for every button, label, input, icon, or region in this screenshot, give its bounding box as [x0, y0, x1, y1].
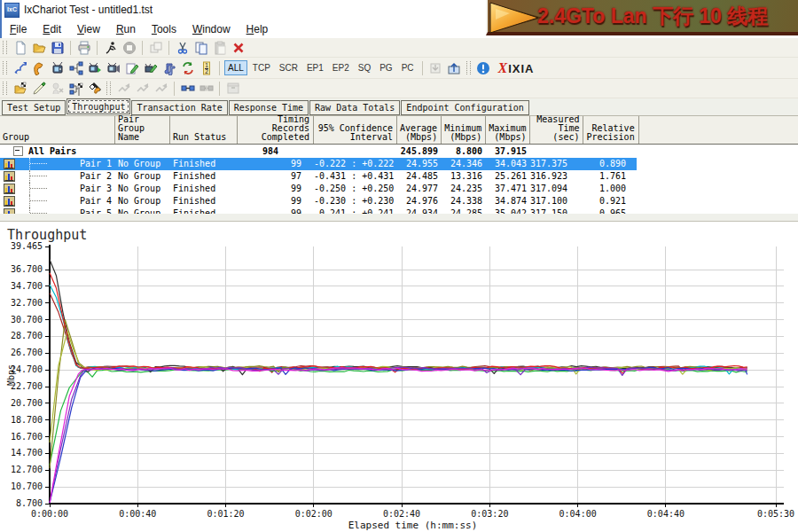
- toolbar-drag-handle[interactable]: [3, 61, 7, 74]
- export-results-button[interactable]: [445, 59, 464, 76]
- pair-name: Pair 2: [50, 170, 115, 183]
- column-header-pair-group[interactable]: Pair Group Name: [115, 116, 170, 144]
- renumber-pairs-button[interactable]: 12: [197, 59, 215, 76]
- flame-arrow-icon: [489, 0, 544, 35]
- cell-group: Pair 2: [0, 170, 115, 183]
- run-test-button[interactable]: [101, 39, 120, 56]
- link-endpoints-button[interactable]: [178, 80, 197, 97]
- info-button[interactable]: [474, 59, 493, 76]
- toolbar-separator: [97, 41, 98, 55]
- tab-response-time[interactable]: Response Time: [229, 100, 309, 115]
- toolbar-drag-handle[interactable]: [3, 82, 7, 95]
- tree-branch: [29, 158, 50, 170]
- column-header-measured[interactable]: Measured Time (sec): [530, 116, 583, 144]
- save-run-options-button[interactable]: [11, 80, 29, 97]
- menu-tools[interactable]: Tools: [144, 20, 184, 38]
- table-row-pair-5[interactable]: Pair 5No GroupFinished99-0.241 : +0.2412…: [0, 207, 798, 214]
- replicate-pair-button[interactable]: [160, 59, 178, 76]
- cell-confidence: -0.431 : +0.431: [314, 170, 397, 183]
- column-header-run-status[interactable]: Run Status: [170, 116, 238, 144]
- add-hardware-pair-icon: [106, 61, 121, 75]
- dial-test-button[interactable]: [85, 80, 104, 97]
- protocol-filter-ep2[interactable]: EP2: [329, 60, 353, 75]
- menu-view[interactable]: View: [69, 20, 108, 38]
- cell-pair-group-name: No Group: [115, 158, 170, 170]
- annotate-button[interactable]: [29, 80, 48, 97]
- cell-maximum: 37.915: [486, 145, 530, 158]
- collapse-minus-icon[interactable]: [13, 146, 23, 156]
- menu-window[interactable]: Window: [184, 20, 239, 38]
- cell-filler: [637, 158, 798, 170]
- delete-button[interactable]: [229, 39, 247, 56]
- unlink-endpoints-icon: [200, 82, 214, 96]
- cell-run-status: Finished: [170, 170, 238, 183]
- link-endpoints-icon: [181, 82, 195, 96]
- ixia-logo-text: IXIA: [508, 62, 534, 75]
- protocol-filter-tcp[interactable]: TCP: [249, 60, 274, 75]
- watermark-banner: 2.4GTo Lan 下行 10 线程: [486, 0, 798, 35]
- protocol-filter-ep1[interactable]: EP1: [303, 60, 327, 75]
- protocol-filter-all[interactable]: ALL: [224, 60, 247, 75]
- menu-file[interactable]: File: [2, 20, 35, 38]
- add-video-multicast-button[interactable]: [85, 59, 104, 76]
- add-voip-pair-button[interactable]: [29, 59, 48, 76]
- column-header-group[interactable]: Group: [0, 116, 115, 144]
- tab-endpoint-configuration[interactable]: Endpoint Configuration: [401, 100, 528, 115]
- add-multicast-group-button[interactable]: [66, 59, 85, 76]
- save-button[interactable]: [48, 39, 66, 56]
- cell-timing-records: 984: [238, 145, 314, 158]
- protocol-filter-scr[interactable]: SCR: [276, 60, 301, 75]
- open-folder-button[interactable]: [29, 39, 48, 56]
- tab-raw-data-totals[interactable]: Raw Data Totals: [309, 100, 400, 115]
- toolbar-drag-handle[interactable]: [3, 41, 7, 54]
- edit-item-button[interactable]: [122, 59, 141, 76]
- add-pair-button[interactable]: [11, 59, 29, 76]
- menu-edit[interactable]: Edit: [35, 20, 69, 38]
- protocol-filter-pg[interactable]: PG: [376, 60, 395, 75]
- cell-filler: [637, 183, 798, 195]
- table-row-all-pairs[interactable]: All Pairs984245.8998.80037.915: [0, 145, 798, 158]
- series-line-pair-8: [50, 368, 747, 504]
- print-button[interactable]: [74, 39, 93, 56]
- table-row-pair-3[interactable]: Pair 3No GroupFinished99-0.250 : +0.2502…: [0, 183, 798, 195]
- copy-button[interactable]: [192, 39, 210, 56]
- add-hardware-pair-button[interactable]: [104, 59, 122, 76]
- tab-test-setup[interactable]: Test Setup: [2, 100, 66, 115]
- cell-confidence: -0.250 : +0.250: [314, 183, 397, 195]
- column-header-maximum[interactable]: Maximum (Mbps): [486, 116, 530, 144]
- cell-group: Pair 3: [0, 183, 115, 195]
- column-header-95-confidence[interactable]: 95% Confidence Interval: [314, 116, 397, 144]
- cell-relative-precision: 0.965: [583, 207, 637, 214]
- toolbar-drag-handle[interactable]: [106, 82, 111, 95]
- table-row-pair-2[interactable]: Pair 2No GroupFinished97-0.431 : +0.4312…: [0, 170, 798, 183]
- toolbar-separator: [142, 41, 143, 55]
- column-header-timing-records[interactable]: Timing Records Completed: [238, 116, 314, 144]
- protocol-filter-sq[interactable]: SQ: [355, 60, 374, 75]
- protocol-filter-pc[interactable]: PC: [398, 60, 418, 75]
- column-header-average[interactable]: Average (Mbps): [397, 116, 442, 144]
- column-header-minimum[interactable]: Minimum (Mbps): [442, 116, 486, 144]
- compare-runs-button[interactable]: [66, 80, 85, 97]
- tab-throughput[interactable]: Throughput: [66, 98, 130, 114]
- toolbar-drag-handle[interactable]: [466, 61, 471, 74]
- new-document-button[interactable]: [11, 39, 29, 56]
- series-line-pair-7: [50, 273, 747, 373]
- y-tick-label: 16.700: [11, 432, 43, 442]
- arrange-windows-icon: [149, 41, 163, 55]
- menu-run[interactable]: Run: [108, 20, 144, 38]
- cut-icon: [176, 41, 190, 55]
- cell-average: 24.977: [397, 183, 442, 195]
- menu-help[interactable]: Help: [239, 20, 277, 38]
- cut-button[interactable]: [173, 39, 192, 56]
- tab-transaction-rate[interactable]: Transaction Rate: [131, 100, 227, 115]
- add-video-pair-button[interactable]: [48, 59, 66, 76]
- swap-endpoints-icon: [181, 61, 195, 75]
- column-header-relative[interactable]: Relative Precision: [583, 116, 638, 144]
- swap-endpoints-button[interactable]: [178, 59, 197, 76]
- edit-video-pair-button[interactable]: [141, 59, 160, 76]
- table-row-pair-4[interactable]: Pair 4No GroupFinished99-0.230 : +0.2302…: [0, 195, 798, 207]
- table-row-pair-1[interactable]: Pair 1No GroupFinished99-0.222 : +0.2222…: [0, 158, 798, 170]
- throughput-chart: Throughput39.46536.70034.70032.70030.700…: [0, 222, 798, 532]
- cell-maximum: 35.042: [486, 207, 530, 214]
- cell-run-status: Finished: [170, 158, 238, 170]
